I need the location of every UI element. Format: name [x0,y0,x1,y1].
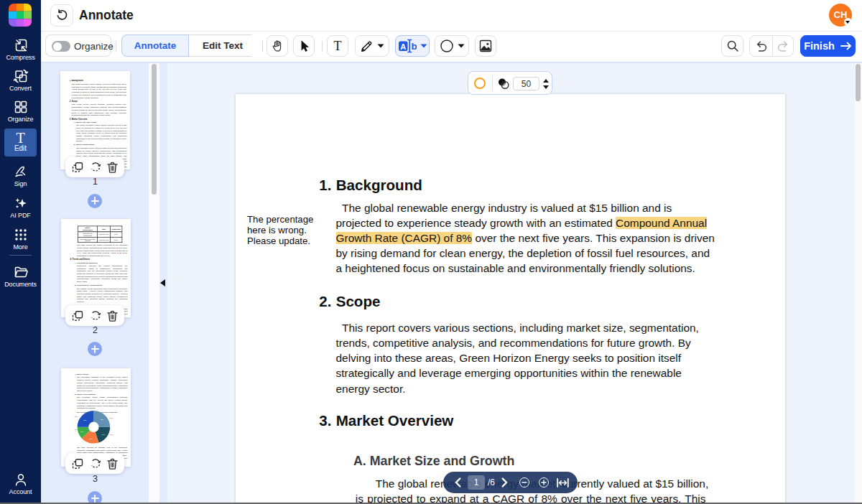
svg-text:25%: 25% [101,419,103,420]
svg-text:25%: 25% [83,419,86,421]
svg-text:12%: 12% [74,429,77,430]
svg-text:25.0%: 25.0% [109,417,113,419]
svg-text:Solar: Solar [74,416,78,417]
svg-text:A: A [400,42,406,51]
svg-text:20%: 20% [102,434,105,435]
svg-text:12%: 12% [80,431,83,432]
svg-text:b: b [411,41,417,52]
svg-text:20.0%: 20.0% [109,434,113,435]
svg-text:18%: 18% [89,438,92,439]
